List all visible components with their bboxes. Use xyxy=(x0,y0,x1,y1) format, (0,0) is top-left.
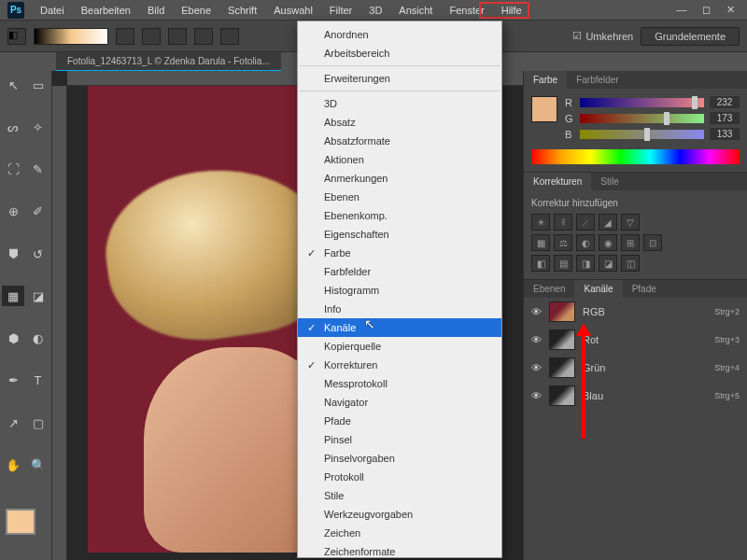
reverse-checkbox[interactable]: ☑ Umkehren xyxy=(572,30,633,42)
menu-item-info[interactable]: Info xyxy=(298,300,501,318)
channel-rot[interactable]: 👁RotStrg+3 xyxy=(524,326,747,354)
diamond-grad-icon[interactable] xyxy=(220,28,239,45)
eyedropper-tool-icon[interactable]: ✎ xyxy=(27,160,49,180)
tab-stile[interactable]: Stile xyxy=(591,173,627,190)
blur-tool-icon[interactable]: ⬢ xyxy=(2,329,24,349)
type-tool-icon[interactable]: T xyxy=(27,371,49,391)
visibility-icon[interactable]: 👁 xyxy=(531,390,542,401)
wand-tool-icon[interactable]: ✧ xyxy=(27,117,49,137)
menu-item-ebenenkomp[interactable]: Ebenenkomp. xyxy=(298,206,501,225)
heal-tool-icon[interactable]: ⊕ xyxy=(2,202,24,222)
menu-item-pinselvorgaben[interactable]: Pinselvorgaben xyxy=(298,449,501,468)
hue-icon[interactable]: ▦ xyxy=(531,234,550,251)
menu-ebene[interactable]: Ebene xyxy=(173,2,219,19)
gradient-map-icon[interactable]: ◪ xyxy=(599,255,617,272)
tab-ebenen[interactable]: Ebenen xyxy=(524,280,574,298)
menu-item-absatzformate[interactable]: Absatzformate xyxy=(298,132,501,150)
gradient-preview[interactable] xyxy=(34,28,108,45)
menu-item-korrekturen[interactable]: Korrekturen xyxy=(298,356,501,374)
menu-item-protokoll[interactable]: Protokoll xyxy=(298,468,501,486)
menu-item-zeichenformate[interactable]: Zeichenformate xyxy=(298,542,501,560)
value-b[interactable]: 133 xyxy=(710,128,740,140)
document-tab[interactable]: Fotolia_12463713_L © Zdenka Darula - Fot… xyxy=(56,52,281,71)
menu-item-eigenschaften[interactable]: Eigenschaften xyxy=(298,225,501,244)
menu-item-aktionen[interactable]: Aktionen xyxy=(298,150,501,169)
brightness-icon[interactable]: ☀ xyxy=(531,214,550,231)
menu-item-erweiterungen[interactable]: Erweiterungen xyxy=(298,69,501,88)
menu-bild[interactable]: Bild xyxy=(139,2,173,19)
menu-3d[interactable]: 3D xyxy=(360,2,390,19)
menu-item-arbeitsbereich[interactable]: Arbeitsbereich xyxy=(298,44,501,63)
menu-item-3d[interactable]: 3D xyxy=(298,94,501,113)
tab-korrekturen[interactable]: Korrekturen xyxy=(524,173,591,190)
curves-icon[interactable]: ⟋ xyxy=(576,214,595,231)
levels-icon[interactable]: ⫴ xyxy=(554,214,572,231)
tab-pfade[interactable]: Pfade xyxy=(623,280,666,298)
tool-preset-icon[interactable]: ◧ xyxy=(7,28,26,45)
menu-bearbeiten[interactable]: Bearbeiten xyxy=(73,2,139,19)
path-tool-icon[interactable]: ↗ xyxy=(2,413,24,433)
slider-g[interactable] xyxy=(580,114,704,123)
brush-tool-icon[interactable]: ✐ xyxy=(27,202,49,222)
threshold-icon[interactable]: ◨ xyxy=(576,255,595,272)
marquee-tool-icon[interactable]: ▭ xyxy=(27,75,49,95)
menu-item-anmerkungen[interactable]: Anmerkungen xyxy=(298,169,501,188)
workspace-switcher[interactable]: Grundelemente xyxy=(641,27,740,46)
lookup-icon[interactable]: ⊡ xyxy=(643,234,662,251)
menu-item-kopierquelle[interactable]: Kopierquelle xyxy=(298,337,501,356)
foreground-swatch[interactable] xyxy=(531,96,557,122)
balance-icon[interactable]: ⚖ xyxy=(554,234,572,251)
visibility-icon[interactable]: 👁 xyxy=(531,362,542,373)
menu-item-farbfelder[interactable]: Farbfelder xyxy=(298,262,501,281)
menu-item-navigator[interactable]: Navigator xyxy=(298,393,501,412)
menu-item-pfade[interactable]: Pfade xyxy=(298,412,501,430)
photo-filter-icon[interactable]: ◉ xyxy=(599,234,617,251)
slider-r[interactable] xyxy=(580,98,704,107)
menu-item-zeichen[interactable]: Zeichen xyxy=(298,524,501,542)
linear-grad-icon[interactable] xyxy=(116,28,134,45)
bw-icon[interactable]: ◐ xyxy=(576,234,595,251)
menu-item-ebenen[interactable]: Ebenen xyxy=(298,188,501,206)
lasso-tool-icon[interactable]: ᔕ xyxy=(2,117,24,137)
menu-item-anordnen[interactable]: Anordnen xyxy=(298,25,501,44)
menu-schrift[interactable]: Schrift xyxy=(219,2,265,19)
minimize-icon[interactable]: — xyxy=(672,4,691,16)
history-brush-icon[interactable]: ↺ xyxy=(27,244,49,264)
menu-datei[interactable]: Datei xyxy=(32,2,73,19)
gradient-tool-icon[interactable]: ▦ xyxy=(2,286,24,306)
shape-tool-icon[interactable]: ▢ xyxy=(27,413,49,433)
channel-blau[interactable]: 👁BlauStrg+5 xyxy=(524,382,747,410)
menu-filter[interactable]: Filter xyxy=(321,2,360,19)
reflected-grad-icon[interactable] xyxy=(194,28,213,45)
zoom-tool-icon[interactable]: 🔍 xyxy=(27,455,49,475)
selective-icon[interactable]: ◫ xyxy=(621,255,640,272)
menu-item-werkzeugvorgaben[interactable]: Werkzeugvorgaben xyxy=(298,505,501,524)
stamp-tool-icon[interactable]: ⛊ xyxy=(2,244,24,264)
visibility-icon[interactable]: 👁 xyxy=(531,334,542,345)
tab-farbfelder[interactable]: Farbfelder xyxy=(567,71,628,89)
eraser-tool-icon[interactable]: ◪ xyxy=(27,286,49,306)
move-tool-icon[interactable]: ↖ xyxy=(2,75,24,95)
window-controls[interactable]: — ◻ ✕ xyxy=(672,4,740,16)
visibility-icon[interactable]: 👁 xyxy=(531,306,542,317)
tab-farbe[interactable]: Farbe xyxy=(524,71,567,89)
menu-item-absatz[interactable]: Absatz xyxy=(298,113,501,132)
tab-kanäle[interactable]: Kanäle xyxy=(574,280,622,298)
menu-item-messprotokoll[interactable]: Messprotokoll xyxy=(298,374,501,393)
maximize-icon[interactable]: ◻ xyxy=(697,4,715,16)
menu-auswahl[interactable]: Auswahl xyxy=(265,2,321,19)
fenster-menu[interactable]: AnordnenArbeitsbereichErweiterungen3DAbs… xyxy=(297,21,502,558)
value-g[interactable]: 173 xyxy=(710,112,740,124)
close-icon[interactable]: ✕ xyxy=(721,4,740,16)
menu-item-farbe[interactable]: Farbe xyxy=(298,244,501,262)
exposure-icon[interactable]: ◢ xyxy=(599,214,617,231)
color-swatches[interactable] xyxy=(2,505,49,558)
menu-item-pinsel[interactable]: Pinsel xyxy=(298,430,501,449)
posterize-icon[interactable]: ▤ xyxy=(554,255,572,272)
radial-grad-icon[interactable] xyxy=(142,28,161,45)
value-r[interactable]: 232 xyxy=(710,96,740,108)
channel-rgb[interactable]: 👁RGBStrg+2 xyxy=(524,298,747,326)
channel-grün[interactable]: 👁GrünStrg+4 xyxy=(524,354,747,382)
menu-fenster[interactable]: Fenster xyxy=(441,2,492,19)
menu-hilfe[interactable]: Hilfe xyxy=(493,2,530,19)
